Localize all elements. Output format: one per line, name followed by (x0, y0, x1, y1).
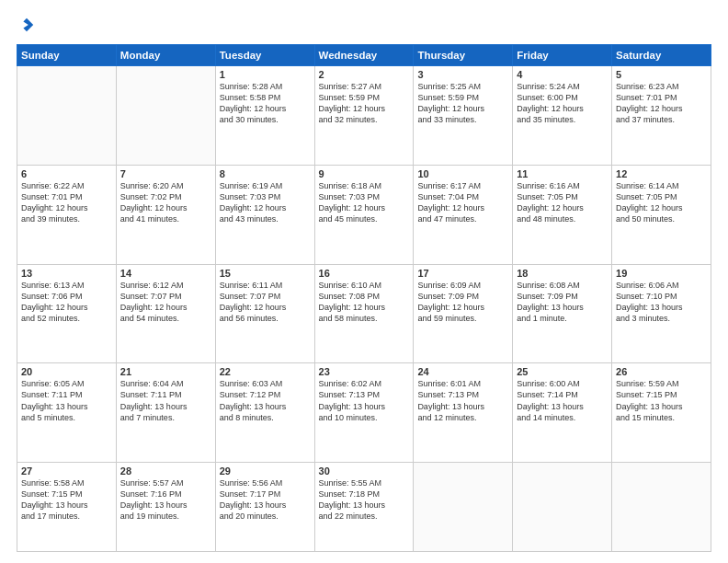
logo (17, 17, 37, 37)
calendar-cell: 5Sunrise: 6:23 AM Sunset: 7:01 PM Daylig… (612, 66, 711, 166)
day-number: 8 (220, 168, 311, 179)
calendar-cell: 10Sunrise: 6:17 AM Sunset: 7:04 PM Dayli… (414, 165, 513, 264)
day-number: 18 (517, 268, 608, 279)
calendar-cell (414, 463, 513, 552)
calendar-week-row: 6Sunrise: 6:22 AM Sunset: 7:01 PM Daylig… (17, 165, 711, 264)
calendar-cell: 7Sunrise: 6:20 AM Sunset: 7:02 PM Daylig… (116, 165, 215, 264)
cell-info: Sunrise: 6:02 AM Sunset: 7:13 PM Dayligh… (319, 378, 410, 423)
calendar-cell: 23Sunrise: 6:02 AM Sunset: 7:13 PM Dayli… (314, 363, 414, 463)
calendar-cell: 9Sunrise: 6:18 AM Sunset: 7:03 PM Daylig… (314, 165, 414, 264)
cell-info: Sunrise: 5:55 AM Sunset: 7:18 PM Dayligh… (319, 477, 410, 523)
day-number: 25 (517, 366, 608, 377)
day-number: 13 (21, 268, 112, 279)
calendar-cell (17, 66, 117, 166)
cell-info: Sunrise: 6:13 AM Sunset: 7:06 PM Dayligh… (21, 280, 112, 325)
day-number: 30 (319, 465, 410, 477)
cell-info: Sunrise: 6:04 AM Sunset: 7:11 PM Dayligh… (120, 378, 211, 423)
cell-info: Sunrise: 6:16 AM Sunset: 7:05 PM Dayligh… (517, 180, 608, 225)
day-number: 10 (417, 168, 508, 179)
cell-info: Sunrise: 6:08 AM Sunset: 7:09 PM Dayligh… (517, 280, 608, 325)
day-number: 27 (21, 465, 112, 477)
page: SundayMondayTuesdayWednesdayThursdayFrid… (0, 0, 728, 563)
cell-info: Sunrise: 5:57 AM Sunset: 7:16 PM Dayligh… (120, 477, 211, 523)
day-number: 17 (417, 268, 508, 279)
cell-info: Sunrise: 5:28 AM Sunset: 5:58 PM Dayligh… (220, 81, 311, 126)
calendar-cell: 19Sunrise: 6:06 AM Sunset: 7:10 PM Dayli… (612, 264, 711, 363)
calendar-cell: 13Sunrise: 6:13 AM Sunset: 7:06 PM Dayli… (17, 264, 117, 363)
day-number: 5 (616, 69, 707, 80)
cell-info: Sunrise: 5:58 AM Sunset: 7:15 PM Dayligh… (21, 477, 112, 523)
day-number: 9 (319, 168, 410, 179)
day-number: 12 (616, 168, 707, 179)
cell-info: Sunrise: 5:24 AM Sunset: 6:00 PM Dayligh… (517, 81, 608, 126)
calendar-table: SundayMondayTuesdayWednesdayThursdayFrid… (17, 44, 711, 552)
calendar-cell: 16Sunrise: 6:10 AM Sunset: 7:08 PM Dayli… (314, 264, 414, 363)
day-number: 16 (319, 268, 410, 279)
calendar-cell: 12Sunrise: 6:14 AM Sunset: 7:05 PM Dayli… (612, 165, 711, 264)
header (17, 17, 711, 37)
logo-icon (18, 17, 35, 33)
day-number: 26 (616, 366, 707, 377)
calendar-cell: 30Sunrise: 5:55 AM Sunset: 7:18 PM Dayli… (314, 463, 414, 552)
day-number: 11 (517, 168, 608, 179)
calendar-cell: 27Sunrise: 5:58 AM Sunset: 7:15 PM Dayli… (17, 463, 117, 552)
day-number: 19 (616, 268, 707, 279)
cell-info: Sunrise: 6:22 AM Sunset: 7:01 PM Dayligh… (21, 180, 112, 225)
day-number: 2 (319, 69, 410, 80)
calendar-cell: 4Sunrise: 5:24 AM Sunset: 6:00 PM Daylig… (513, 66, 612, 166)
day-number: 1 (220, 69, 311, 80)
day-number: 20 (21, 366, 112, 377)
cell-info: Sunrise: 6:09 AM Sunset: 7:09 PM Dayligh… (417, 280, 508, 325)
day-number: 22 (220, 366, 311, 377)
weekday-header: Tuesday (215, 45, 314, 66)
weekday-header: Sunday (17, 45, 117, 66)
cell-info: Sunrise: 6:03 AM Sunset: 7:12 PM Dayligh… (220, 378, 311, 423)
cell-info: Sunrise: 5:25 AM Sunset: 5:59 PM Dayligh… (417, 81, 508, 126)
weekday-header: Friday (513, 45, 612, 66)
day-number: 21 (120, 366, 211, 377)
day-number: 29 (220, 465, 311, 477)
cell-info: Sunrise: 6:05 AM Sunset: 7:11 PM Dayligh… (21, 378, 112, 423)
day-number: 14 (120, 268, 211, 279)
calendar-cell: 15Sunrise: 6:11 AM Sunset: 7:07 PM Dayli… (215, 264, 314, 363)
day-number: 15 (220, 268, 311, 279)
cell-info: Sunrise: 6:23 AM Sunset: 7:01 PM Dayligh… (616, 81, 707, 126)
calendar-week-row: 27Sunrise: 5:58 AM Sunset: 7:15 PM Dayli… (17, 463, 711, 552)
cell-info: Sunrise: 6:10 AM Sunset: 7:08 PM Dayligh… (319, 280, 410, 325)
day-number: 3 (417, 69, 508, 80)
calendar-cell: 29Sunrise: 5:56 AM Sunset: 7:17 PM Dayli… (215, 463, 314, 552)
calendar-cell: 14Sunrise: 6:12 AM Sunset: 7:07 PM Dayli… (116, 264, 215, 363)
calendar-cell: 22Sunrise: 6:03 AM Sunset: 7:12 PM Dayli… (215, 363, 314, 463)
cell-info: Sunrise: 6:18 AM Sunset: 7:03 PM Dayligh… (319, 180, 410, 225)
calendar-cell: 11Sunrise: 6:16 AM Sunset: 7:05 PM Dayli… (513, 165, 612, 264)
weekday-header-row: SundayMondayTuesdayWednesdayThursdayFrid… (17, 45, 711, 66)
calendar-cell (116, 66, 215, 166)
cell-info: Sunrise: 6:12 AM Sunset: 7:07 PM Dayligh… (120, 280, 211, 325)
cell-info: Sunrise: 6:14 AM Sunset: 7:05 PM Dayligh… (616, 180, 707, 225)
calendar-cell: 1Sunrise: 5:28 AM Sunset: 5:58 PM Daylig… (215, 66, 314, 166)
cell-info: Sunrise: 6:06 AM Sunset: 7:10 PM Dayligh… (616, 280, 707, 325)
cell-info: Sunrise: 6:17 AM Sunset: 7:04 PM Dayligh… (417, 180, 508, 225)
calendar-cell: 28Sunrise: 5:57 AM Sunset: 7:16 PM Dayli… (116, 463, 215, 552)
weekday-header: Saturday (612, 45, 711, 66)
day-number: 23 (319, 366, 410, 377)
cell-info: Sunrise: 6:19 AM Sunset: 7:03 PM Dayligh… (220, 180, 311, 225)
weekday-header: Monday (116, 45, 215, 66)
cell-info: Sunrise: 5:59 AM Sunset: 7:15 PM Dayligh… (616, 378, 707, 423)
calendar-cell: 18Sunrise: 6:08 AM Sunset: 7:09 PM Dayli… (513, 264, 612, 363)
day-number: 24 (417, 366, 508, 377)
calendar-cell: 6Sunrise: 6:22 AM Sunset: 7:01 PM Daylig… (17, 165, 117, 264)
calendar-cell: 21Sunrise: 6:04 AM Sunset: 7:11 PM Dayli… (116, 363, 215, 463)
calendar-week-row: 20Sunrise: 6:05 AM Sunset: 7:11 PM Dayli… (17, 363, 711, 463)
weekday-header: Wednesday (314, 45, 414, 66)
calendar-cell: 8Sunrise: 6:19 AM Sunset: 7:03 PM Daylig… (215, 165, 314, 264)
day-number: 6 (21, 168, 112, 179)
calendar-cell: 26Sunrise: 5:59 AM Sunset: 7:15 PM Dayli… (612, 363, 711, 463)
weekday-header: Thursday (414, 45, 513, 66)
calendar-cell (513, 463, 612, 552)
calendar-cell: 2Sunrise: 5:27 AM Sunset: 5:59 PM Daylig… (314, 66, 414, 166)
cell-info: Sunrise: 6:00 AM Sunset: 7:14 PM Dayligh… (517, 378, 608, 423)
calendar-cell: 24Sunrise: 6:01 AM Sunset: 7:13 PM Dayli… (414, 363, 513, 463)
calendar-cell: 20Sunrise: 6:05 AM Sunset: 7:11 PM Dayli… (17, 363, 117, 463)
day-number: 4 (517, 69, 608, 80)
